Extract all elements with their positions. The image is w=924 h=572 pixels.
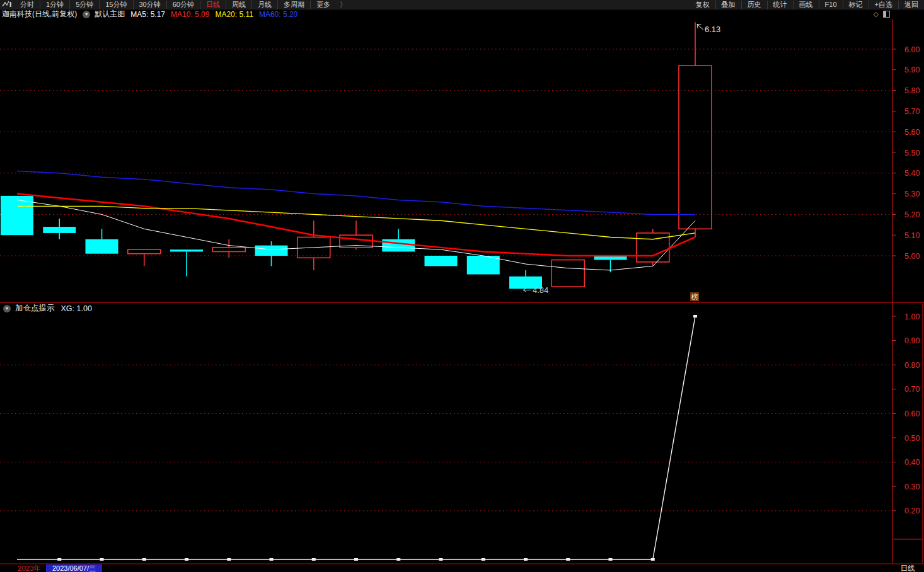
chevron-down-icon[interactable]: ▾ (3, 305, 11, 312)
indicator-marker (396, 558, 400, 561)
axis-label: 0.90 (904, 336, 920, 345)
axis-label: 0.40 (904, 458, 920, 467)
candle-body (467, 256, 500, 275)
ma-legend: MA5: 5.17MA10: 5.09MA20: 5.11MA60: 5.20 (130, 10, 303, 19)
axis-label: 5.00 (904, 252, 920, 261)
bottom-bar: 2023年 2023/06/07/三 日线 (0, 564, 924, 572)
period-tab-10[interactable]: 更多 (310, 1, 336, 9)
period-tabs: 分时1分钟5分钟15分钟30分钟60分钟日线周线月线多周期更多〉 (0, 0, 350, 9)
axis-label: 0.50 (904, 434, 920, 443)
ma-line-MA60 (17, 171, 695, 215)
date-box[interactable]: 2023/06/07/三 (46, 564, 102, 572)
ma-value-1: MA10: 5.09 (171, 10, 209, 19)
axis-label: 5.40 (904, 169, 920, 178)
axis-label: 1.00 (904, 312, 920, 321)
indicator-marker (524, 558, 528, 561)
period-tab-1[interactable]: 1分钟 (40, 1, 69, 9)
year-label: 2023年 (18, 564, 41, 572)
axis-label: 0.60 (904, 409, 920, 418)
candle-body (425, 256, 458, 266)
axis-label: 5.60 (904, 128, 920, 137)
candle-body (255, 246, 288, 256)
sub-panel-header: ▾ 加仓点提示 XG: 1.00 (3, 304, 92, 313)
candle-body (43, 227, 76, 233)
period-tab-0[interactable]: 分时 (14, 1, 40, 9)
action-6[interactable]: 标记 (843, 1, 869, 9)
action-5[interactable]: F10 (819, 1, 843, 9)
action-4[interactable]: 画线 (793, 1, 819, 9)
axis-label: 0.80 (904, 361, 920, 370)
action-7[interactable]: +自选 (869, 1, 898, 9)
indicator-marker (354, 558, 358, 561)
indicator-marker (566, 558, 570, 561)
action-2[interactable]: 历史 (741, 1, 767, 9)
axis-label: 0.70 (904, 385, 920, 394)
stock-title: 迦南科技(日线,前复权) (2, 9, 77, 20)
axis-label: 5.70 (904, 107, 920, 116)
ma-value-2: MA20: 5.11 (215, 10, 253, 19)
axis-label: 5.30 (904, 190, 920, 198)
chart-header: 迦南科技(日线,前复权) ▾ 默认主图 MA5: 5.17MA10: 5.09M… (0, 9, 924, 19)
annotation-label: 6.13 (705, 25, 720, 34)
indicator-line (17, 316, 695, 559)
axis-label: 5.10 (904, 231, 920, 240)
ma-value-3: MA60: 5.20 (259, 10, 297, 19)
toolbar-actions: 复权叠加历史统计画线F10标记+自选返回 (690, 0, 924, 9)
action-8[interactable]: 返回 (898, 1, 924, 9)
candle-body (679, 66, 712, 229)
indicator-marker (185, 558, 188, 561)
chevron-down-icon[interactable]: ▾ (83, 11, 90, 18)
action-3[interactable]: 统计 (767, 1, 793, 9)
annotation-label: 4.84 (533, 285, 548, 295)
action-0[interactable]: 复权 (690, 1, 715, 9)
indicator-marker (270, 558, 274, 561)
indicator-marker (609, 558, 613, 561)
candle-body (382, 239, 415, 252)
indicator-marker (227, 558, 231, 561)
header-icons: ◇ (874, 10, 890, 18)
period-tab-5[interactable]: 60分钟 (166, 1, 200, 9)
kline-chart-icon[interactable] (2, 1, 12, 9)
axis-label: 0.20 (904, 506, 920, 515)
chevron-right-icon[interactable]: 〉 (336, 0, 350, 9)
rank-badge[interactable]: 榜 (690, 292, 699, 301)
candle-body (170, 249, 203, 251)
toolbar: 分时1分钟5分钟15分钟30分钟60分钟日线周线月线多周期更多〉 复权叠加历史统… (0, 0, 924, 9)
axis-label: 0.30 (904, 483, 920, 491)
indicator-marker (693, 315, 697, 317)
ma-value-0: MA5: 5.17 (130, 10, 165, 19)
period-tab-8[interactable]: 月线 (251, 1, 277, 9)
indicator-marker (482, 558, 485, 561)
candle-body (212, 248, 245, 252)
indicator-marker (57, 558, 61, 561)
main-chart-selector[interactable]: 默认主图 (95, 9, 125, 20)
axis-label: 5.20 (904, 210, 920, 219)
indicator-marker (651, 558, 655, 561)
period-tab-4[interactable]: 30分钟 (133, 1, 166, 9)
indicator-title[interactable]: 加仓点提示 (15, 303, 55, 314)
period-tab-6[interactable]: 日线 (200, 1, 226, 9)
indicator-marker (439, 558, 443, 561)
annotation-arrow (697, 24, 703, 30)
chart-canvas[interactable]: 6.134.846.005.905.805.705.605.505.405.30… (0, 0, 924, 572)
period-tab-7[interactable]: 周线 (226, 1, 251, 9)
axis-label: 5.50 (904, 149, 920, 157)
period-tab-2[interactable]: 5分钟 (69, 1, 99, 9)
axis-label: 5.80 (904, 86, 920, 95)
candle-body (552, 260, 584, 287)
candle-body (128, 249, 161, 254)
period-tab-9[interactable]: 多周期 (277, 1, 310, 9)
indicator-marker (142, 558, 146, 561)
period-tab-3[interactable]: 15分钟 (99, 1, 132, 9)
indicator-marker (100, 558, 104, 561)
axis-label: 5.90 (904, 66, 920, 74)
window-layout-icon[interactable] (883, 11, 890, 18)
indicator-marker (312, 558, 316, 561)
indicator-value: XG: 1.00 (61, 304, 92, 313)
axis-label: 6.00 (904, 45, 920, 54)
action-1[interactable]: 叠加 (715, 1, 741, 9)
diamond-icon[interactable]: ◇ (874, 10, 879, 18)
candle-body (86, 239, 118, 254)
period-label: 日线 (892, 564, 923, 572)
